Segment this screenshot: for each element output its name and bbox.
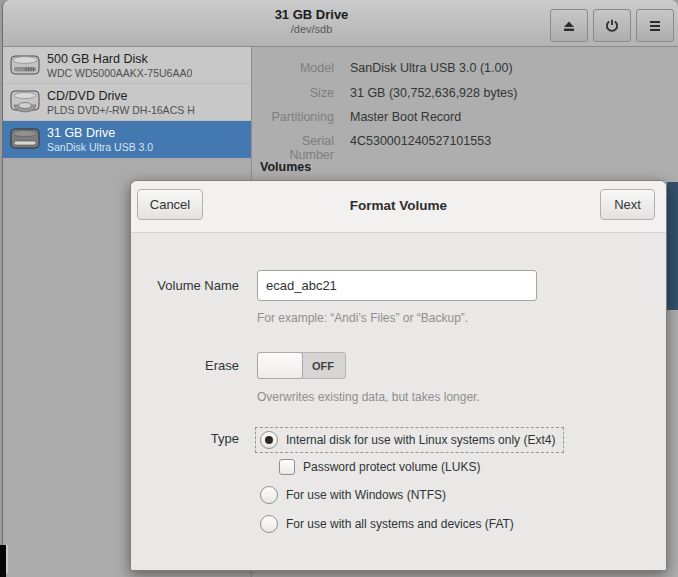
next-button[interactable]: Next <box>600 189 655 220</box>
header-button-group <box>550 9 674 42</box>
type-option-fat[interactable]: For use with all systems and devices (FA… <box>260 515 514 533</box>
header-title-block: 31 GB Drive /dev/sdb <box>3 7 620 35</box>
dialog-title: Format Volume <box>211 198 586 213</box>
cancel-button[interactable]: Cancel <box>137 189 203 220</box>
radio-icon[interactable] <box>260 431 278 449</box>
format-volume-dialog: Cancel Format Volume Next Volume Name Fo… <box>130 180 667 571</box>
type-option-ext4[interactable]: Internal disk for use with Linux systems… <box>255 427 564 453</box>
erase-label: Erase <box>131 358 239 373</box>
type-option-ntfs[interactable]: For use with Windows (NTFS) <box>260 486 446 504</box>
type-option-label: Internal disk for use with Linux systems… <box>286 433 555 447</box>
sidebar-item-usb-drive[interactable]: 31 GB Drive SanDisk Ultra USB 3.0 <box>3 121 251 158</box>
eject-button[interactable] <box>550 9 588 42</box>
sidebar-item-title: 500 GB Hard Disk <box>47 52 192 67</box>
detail-row: Size 31 GB (30,752,636,928 bytes) <box>260 86 670 101</box>
type-option-label: Password protect volume (LUKS) <box>303 460 480 474</box>
toggle-slider[interactable] <box>257 352 303 379</box>
erase-toggle[interactable]: OFF <box>257 352 346 379</box>
sidebar-item-text: CD/DVD Drive PLDS DVD+/-RW DH-16ACS H <box>47 89 195 116</box>
sidebar-item-title: CD/DVD Drive <box>47 89 195 104</box>
detail-label: Partitioning <box>260 110 334 124</box>
window-subtitle: /dev/sdb <box>3 23 620 35</box>
type-option-luks[interactable]: Password protect volume (LUKS) <box>279 459 480 475</box>
radio-icon[interactable] <box>260 486 278 504</box>
volume-name-input[interactable] <box>257 270 537 301</box>
dialog-header: Cancel Format Volume Next <box>131 181 666 233</box>
harddisk-icon <box>8 50 42 80</box>
sidebar-item-hard-disk[interactable]: 500 GB Hard Disk WDC WD5000AAKX-75U6AA0 <box>3 47 251 84</box>
toggle-state-label: OFF <box>301 353 345 378</box>
type-option-label: For use with all systems and devices (FA… <box>286 517 514 531</box>
detail-label: Size <box>260 86 334 100</box>
usb-drive-icon <box>8 124 42 154</box>
detail-label: Model <box>260 61 334 75</box>
type-option-label: For use with Windows (NTFS) <box>286 488 446 502</box>
window-title: 31 GB Drive <box>3 7 620 22</box>
volume-name-label: Volume Name <box>131 278 239 293</box>
radio-icon[interactable] <box>260 515 278 533</box>
screen: 31 GB Drive /dev/sdb <box>0 0 678 577</box>
detail-row: Serial Number 4C530001240527101553 <box>260 134 670 149</box>
erase-hint: Overwrites existing data, but takes long… <box>257 390 480 404</box>
volume-name-hint: For example: “Andi’s Files” or “Backup”. <box>257 311 468 325</box>
detail-value: 4C530001240527101553 <box>350 134 491 148</box>
detail-label: Serial Number <box>260 134 334 162</box>
sidebar-item-cd-dvd[interactable]: CD/DVD Drive PLDS DVD+/-RW DH-16ACS H <box>3 84 251 121</box>
type-label: Type <box>131 431 239 446</box>
sidebar-item-subtitle: WDC WD5000AAKX-75U6AA0 <box>47 67 192 79</box>
sidebar-item-text: 31 GB Drive SanDisk Ultra USB 3.0 <box>47 126 153 153</box>
window-edge-highlight <box>6 545 8 573</box>
radio-dot <box>265 436 273 444</box>
detail-value: Master Boot Record <box>350 110 461 124</box>
menu-icon <box>648 20 662 32</box>
app-menu-button[interactable] <box>636 9 674 42</box>
checkbox-icon[interactable] <box>279 459 295 475</box>
power-off-button[interactable] <box>593 9 631 42</box>
eject-icon <box>561 18 577 34</box>
header-bar: 31 GB Drive /dev/sdb <box>2 0 678 47</box>
volume-bar-sliver <box>667 182 678 310</box>
sidebar-item-subtitle: SanDisk Ultra USB 3.0 <box>47 141 153 153</box>
volumes-section-header: Volumes <box>260 160 311 174</box>
detail-row: Partitioning Master Boot Record <box>260 110 670 125</box>
detail-value: 31 GB (30,752,636,928 bytes) <box>350 86 517 100</box>
optical-drive-icon <box>8 87 42 117</box>
detail-row: Model SanDisk Ultra USB 3.0 (1.00) <box>260 61 670 76</box>
sidebar-item-title: 31 GB Drive <box>47 126 153 141</box>
power-icon <box>604 18 620 34</box>
sidebar-item-text: 500 GB Hard Disk WDC WD5000AAKX-75U6AA0 <box>47 52 192 79</box>
detail-value: SanDisk Ultra USB 3.0 (1.00) <box>350 61 513 75</box>
sidebar-item-subtitle: PLDS DVD+/-RW DH-16ACS H <box>47 104 195 116</box>
